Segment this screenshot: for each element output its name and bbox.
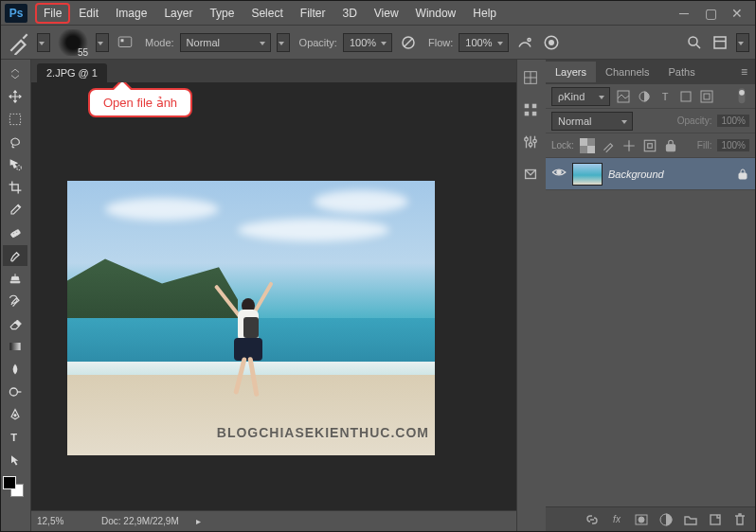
lock-all-icon[interactable] bbox=[663, 138, 678, 153]
crop-tool[interactable] bbox=[3, 177, 27, 198]
svg-point-6 bbox=[689, 37, 697, 45]
pressure-size-icon[interactable] bbox=[541, 32, 562, 53]
svg-rect-37 bbox=[701, 91, 712, 102]
link-icon[interactable] bbox=[585, 512, 600, 527]
svg-rect-23 bbox=[525, 104, 530, 109]
path-select-tool[interactable] bbox=[3, 450, 27, 470]
blur-tool[interactable] bbox=[3, 359, 27, 380]
workspace-switcher-icon[interactable] bbox=[710, 32, 730, 53]
tab-paths[interactable]: Paths bbox=[659, 62, 705, 82]
document-tab[interactable]: 2.JPG @ 1 bbox=[37, 63, 107, 82]
menu-image[interactable]: Image bbox=[107, 3, 155, 24]
move-tool[interactable] bbox=[3, 86, 27, 107]
eyedropper-tool[interactable] bbox=[3, 200, 27, 221]
brush-panel-toggle-icon[interactable] bbox=[115, 32, 135, 53]
eraser-tool[interactable] bbox=[3, 313, 27, 334]
filter-smart-icon[interactable] bbox=[699, 89, 714, 104]
filter-pixel-icon[interactable] bbox=[616, 89, 631, 104]
tool-preset-picker[interactable] bbox=[7, 30, 31, 55]
menu-select[interactable]: Select bbox=[243, 3, 291, 24]
quick-select-tool[interactable] bbox=[3, 154, 27, 175]
healing-tool[interactable] bbox=[3, 222, 27, 243]
menu-help[interactable]: Help bbox=[464, 3, 505, 24]
layer-opacity-value[interactable]: 100% bbox=[717, 115, 749, 127]
photoshop-window: Ps File Edit Image Layer Type Select Fil… bbox=[0, 0, 756, 532]
lock-artboard-icon[interactable] bbox=[642, 138, 657, 153]
brush-size-value: 55 bbox=[78, 47, 88, 58]
adjustment-icon[interactable] bbox=[658, 512, 674, 527]
airbrush-icon[interactable] bbox=[514, 32, 535, 53]
menu-window[interactable]: Window bbox=[407, 3, 465, 24]
workspace-dropdown[interactable] bbox=[736, 33, 749, 52]
filter-kind-dropdown[interactable]: ρ Kind bbox=[551, 87, 610, 106]
layer-thumbnail[interactable] bbox=[572, 163, 603, 186]
panel-menu-icon[interactable]: ≡ bbox=[733, 65, 755, 79]
menu-layer[interactable]: Layer bbox=[155, 3, 201, 24]
pressure-opacity-icon[interactable] bbox=[398, 32, 419, 53]
group-icon[interactable] bbox=[683, 512, 698, 527]
trash-icon[interactable] bbox=[732, 512, 747, 527]
zoom-value[interactable]: 12,5% bbox=[37, 516, 84, 526]
flow-label: Flow: bbox=[428, 37, 453, 48]
styles-panel-icon[interactable] bbox=[520, 164, 541, 185]
color-panel-icon[interactable] bbox=[520, 67, 541, 88]
gradient-tool[interactable] bbox=[3, 336, 27, 357]
menu-3d[interactable]: 3D bbox=[333, 3, 365, 24]
lock-transparent-icon[interactable] bbox=[580, 138, 595, 153]
pen-tool[interactable] bbox=[3, 404, 27, 425]
expand-toolbox-icon[interactable] bbox=[3, 63, 27, 84]
minimize-button[interactable]: ─ bbox=[675, 7, 693, 20]
opacity-dropdown[interactable]: 100% bbox=[343, 33, 392, 52]
search-icon[interactable] bbox=[685, 33, 704, 52]
watermark-text: BLOGCHIASEKIENTHUC.COM bbox=[217, 425, 429, 440]
doc-info-value: 22,9M/22,9M bbox=[123, 516, 178, 526]
visibility-toggle-icon[interactable] bbox=[551, 167, 567, 181]
brush-tool[interactable] bbox=[3, 245, 27, 266]
marquee-tool[interactable] bbox=[3, 109, 27, 130]
maximize-button[interactable]: ▢ bbox=[702, 7, 719, 20]
lock-icon[interactable] bbox=[736, 168, 749, 181]
status-flyout-icon[interactable]: ▸ bbox=[196, 516, 201, 526]
mask-icon[interactable] bbox=[634, 512, 649, 527]
mode-extra-dropdown[interactable] bbox=[277, 33, 290, 52]
menu-edit[interactable]: Edit bbox=[70, 3, 107, 24]
filter-adjust-icon[interactable] bbox=[637, 89, 652, 104]
menu-file[interactable]: File bbox=[35, 3, 70, 24]
new-layer-icon[interactable] bbox=[708, 512, 723, 527]
blend-mode-dropdown[interactable]: Normal bbox=[180, 33, 271, 52]
layer-blend-dropdown[interactable]: Normal bbox=[551, 112, 633, 131]
tab-layers[interactable]: Layers bbox=[546, 62, 596, 82]
filter-shape-icon[interactable] bbox=[678, 89, 693, 104]
menu-filter[interactable]: Filter bbox=[292, 3, 334, 24]
fill-value[interactable]: 100% bbox=[717, 139, 749, 151]
brush-picker-dropdown[interactable] bbox=[96, 33, 109, 52]
filter-type-icon[interactable]: T bbox=[657, 89, 673, 104]
lock-position-icon[interactable] bbox=[621, 138, 637, 153]
tab-channels[interactable]: Channels bbox=[596, 62, 658, 82]
foreground-color-swatch[interactable] bbox=[3, 476, 16, 489]
menu-type[interactable]: Type bbox=[201, 3, 243, 24]
adjustments-panel-icon[interactable] bbox=[520, 132, 541, 152]
dodge-tool[interactable] bbox=[3, 381, 27, 402]
history-brush-tool[interactable] bbox=[3, 291, 27, 311]
svg-point-13 bbox=[13, 233, 15, 235]
menu-view[interactable]: View bbox=[366, 3, 407, 24]
tool-preset-dropdown[interactable] bbox=[37, 33, 50, 52]
filter-toggle-icon[interactable] bbox=[734, 89, 749, 104]
foreground-background-colors[interactable] bbox=[3, 476, 24, 497]
svg-rect-0 bbox=[118, 37, 132, 47]
close-button[interactable]: ✕ bbox=[729, 7, 746, 20]
swatches-panel-icon[interactable] bbox=[520, 99, 541, 120]
flow-dropdown[interactable]: 100% bbox=[459, 33, 508, 52]
lasso-tool[interactable] bbox=[3, 132, 27, 152]
clone-stamp-tool[interactable] bbox=[3, 268, 27, 289]
svg-rect-24 bbox=[532, 104, 537, 109]
svg-rect-1 bbox=[121, 39, 124, 42]
canvas[interactable]: Open file ảnh BLOGCHIASEKIENTHUC bbox=[31, 82, 516, 510]
lock-pixels-icon[interactable] bbox=[601, 138, 616, 153]
fx-icon[interactable]: fx bbox=[609, 512, 624, 527]
type-tool[interactable]: T bbox=[3, 427, 27, 448]
brush-preview[interactable]: 55 bbox=[56, 29, 90, 56]
layer-row[interactable]: Background bbox=[546, 158, 755, 190]
layer-name[interactable]: Background bbox=[608, 168, 664, 180]
